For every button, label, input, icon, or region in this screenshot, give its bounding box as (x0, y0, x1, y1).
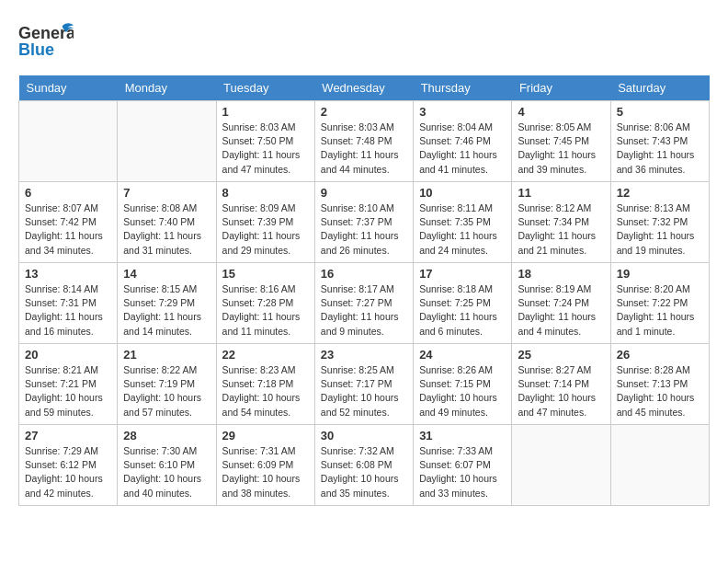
calendar-cell: 4Sunrise: 8:05 AMSunset: 7:45 PMDaylight… (512, 101, 610, 182)
day-info: Sunrise: 8:25 AMSunset: 7:17 PMDaylight:… (321, 363, 407, 419)
day-number: 8 (222, 186, 309, 200)
svg-text:Blue: Blue (18, 40, 54, 59)
logo: General Blue (18, 18, 75, 68)
calendar-cell: 18Sunrise: 8:19 AMSunset: 7:24 PMDayligh… (512, 263, 610, 344)
calendar-cell: 26Sunrise: 8:28 AMSunset: 7:13 PMDayligh… (610, 344, 709, 425)
day-info: Sunrise: 8:20 AMSunset: 7:22 PMDaylight:… (617, 282, 703, 339)
day-info: Sunrise: 7:29 AMSunset: 6:12 PMDaylight:… (25, 444, 111, 500)
day-info: Sunrise: 8:08 AMSunset: 7:40 PMDaylight:… (123, 201, 210, 258)
day-info: Sunrise: 8:23 AMSunset: 7:18 PMDaylight:… (222, 363, 309, 419)
calendar-cell: 25Sunrise: 8:27 AMSunset: 7:14 PMDayligh… (512, 344, 610, 425)
calendar-cell: 17Sunrise: 8:18 AMSunset: 7:25 PMDayligh… (414, 263, 512, 344)
day-number: 17 (419, 267, 506, 281)
calendar-cell: 28Sunrise: 7:30 AMSunset: 6:10 PMDayligh… (118, 425, 216, 506)
calendar-cell: 9Sunrise: 8:10 AMSunset: 7:37 PMDaylight… (314, 182, 413, 263)
calendar-header-thursday: Thursday (414, 75, 512, 101)
calendar-header-wednesday: Wednesday (314, 75, 413, 101)
day-number: 1 (222, 105, 309, 119)
day-info: Sunrise: 8:13 AMSunset: 7:32 PMDaylight:… (617, 201, 703, 258)
day-number: 10 (419, 186, 506, 200)
calendar-cell (610, 425, 709, 506)
day-number: 25 (518, 348, 604, 362)
calendar-cell: 5Sunrise: 8:06 AMSunset: 7:43 PMDaylight… (610, 101, 709, 182)
day-info: Sunrise: 8:09 AMSunset: 7:39 PMDaylight:… (222, 201, 309, 258)
day-number: 27 (25, 429, 111, 442)
day-number: 19 (617, 267, 703, 281)
calendar-week-1: 1Sunrise: 8:03 AMSunset: 7:50 PMDaylight… (19, 101, 710, 182)
day-number: 13 (25, 267, 111, 281)
calendar-header-row: SundayMondayTuesdayWednesdayThursdayFrid… (19, 75, 710, 101)
day-info: Sunrise: 8:19 AMSunset: 7:24 PMDaylight:… (518, 282, 604, 339)
day-info: Sunrise: 7:30 AMSunset: 6:10 PMDaylight:… (123, 444, 210, 500)
calendar-cell: 6Sunrise: 8:07 AMSunset: 7:42 PMDaylight… (19, 182, 118, 263)
calendar-cell: 10Sunrise: 8:11 AMSunset: 7:35 PMDayligh… (414, 182, 512, 263)
calendar-cell (512, 425, 610, 506)
day-info: Sunrise: 8:07 AMSunset: 7:42 PMDaylight:… (25, 201, 111, 258)
day-number: 26 (617, 348, 703, 362)
calendar-week-3: 13Sunrise: 8:14 AMSunset: 7:31 PMDayligh… (19, 263, 710, 344)
day-number: 30 (321, 429, 407, 442)
day-number: 7 (123, 186, 210, 200)
calendar-cell: 12Sunrise: 8:13 AMSunset: 7:32 PMDayligh… (610, 182, 709, 263)
day-number: 14 (123, 267, 210, 281)
calendar-cell: 31Sunrise: 7:33 AMSunset: 6:07 PMDayligh… (414, 425, 512, 506)
day-number: 22 (222, 348, 309, 362)
day-info: Sunrise: 8:12 AMSunset: 7:34 PMDaylight:… (518, 201, 604, 258)
day-info: Sunrise: 8:05 AMSunset: 7:45 PMDaylight:… (518, 121, 604, 177)
calendar-cell: 30Sunrise: 7:32 AMSunset: 6:08 PMDayligh… (314, 425, 413, 506)
day-info: Sunrise: 8:04 AMSunset: 7:46 PMDaylight:… (419, 121, 506, 177)
day-info: Sunrise: 8:17 AMSunset: 7:27 PMDaylight:… (321, 282, 407, 339)
calendar-cell: 20Sunrise: 8:21 AMSunset: 7:21 PMDayligh… (19, 344, 118, 425)
day-info: Sunrise: 7:33 AMSunset: 6:07 PMDaylight:… (419, 444, 506, 500)
day-number: 29 (222, 429, 309, 442)
day-info: Sunrise: 8:14 AMSunset: 7:31 PMDaylight:… (25, 282, 111, 339)
calendar-header-tuesday: Tuesday (216, 75, 314, 101)
calendar-cell: 1Sunrise: 8:03 AMSunset: 7:50 PMDaylight… (216, 101, 314, 182)
calendar-cell: 15Sunrise: 8:16 AMSunset: 7:28 PMDayligh… (216, 263, 314, 344)
day-info: Sunrise: 8:26 AMSunset: 7:15 PMDaylight:… (419, 363, 506, 419)
day-number: 5 (617, 105, 703, 119)
calendar-week-4: 20Sunrise: 8:21 AMSunset: 7:21 PMDayligh… (19, 344, 710, 425)
day-number: 3 (419, 105, 506, 119)
calendar-header-friday: Friday (512, 75, 610, 101)
logo-icon: General Blue (18, 18, 74, 64)
calendar-cell: 27Sunrise: 7:29 AMSunset: 6:12 PMDayligh… (19, 425, 118, 506)
day-info: Sunrise: 8:22 AMSunset: 7:19 PMDaylight:… (123, 363, 210, 419)
day-number: 4 (518, 105, 604, 119)
day-number: 21 (123, 348, 210, 362)
day-number: 2 (321, 105, 407, 119)
day-number: 9 (321, 186, 407, 200)
day-number: 18 (518, 267, 604, 281)
day-info: Sunrise: 8:06 AMSunset: 7:43 PMDaylight:… (617, 121, 703, 177)
calendar-header-saturday: Saturday (610, 75, 709, 101)
day-number: 6 (25, 186, 111, 200)
calendar-cell: 29Sunrise: 7:31 AMSunset: 6:09 PMDayligh… (216, 425, 314, 506)
day-number: 31 (419, 429, 506, 442)
calendar-cell: 3Sunrise: 8:04 AMSunset: 7:46 PMDaylight… (414, 101, 512, 182)
day-info: Sunrise: 8:16 AMSunset: 7:28 PMDaylight:… (222, 282, 309, 339)
day-info: Sunrise: 8:03 AMSunset: 7:50 PMDaylight:… (222, 121, 309, 177)
day-number: 11 (518, 186, 604, 200)
calendar-cell: 2Sunrise: 8:03 AMSunset: 7:48 PMDaylight… (314, 101, 413, 182)
day-info: Sunrise: 8:10 AMSunset: 7:37 PMDaylight:… (321, 201, 407, 258)
day-number: 24 (419, 348, 506, 362)
day-info: Sunrise: 8:03 AMSunset: 7:48 PMDaylight:… (321, 121, 407, 177)
calendar-header-sunday: Sunday (19, 75, 118, 101)
day-number: 23 (321, 348, 407, 362)
day-info: Sunrise: 8:21 AMSunset: 7:21 PMDaylight:… (25, 363, 111, 419)
day-info: Sunrise: 7:32 AMSunset: 6:08 PMDaylight:… (321, 444, 407, 500)
day-number: 15 (222, 267, 309, 281)
calendar-cell: 24Sunrise: 8:26 AMSunset: 7:15 PMDayligh… (414, 344, 512, 425)
day-info: Sunrise: 8:27 AMSunset: 7:14 PMDaylight:… (518, 363, 604, 419)
calendar-cell: 14Sunrise: 8:15 AMSunset: 7:29 PMDayligh… (118, 263, 216, 344)
page-header: General Blue (18, 18, 710, 68)
day-number: 16 (321, 267, 407, 281)
calendar-week-5: 27Sunrise: 7:29 AMSunset: 6:12 PMDayligh… (19, 425, 710, 506)
day-number: 12 (617, 186, 703, 200)
calendar-cell: 7Sunrise: 8:08 AMSunset: 7:40 PMDaylight… (118, 182, 216, 263)
calendar-cell (19, 101, 118, 182)
calendar-cell: 23Sunrise: 8:25 AMSunset: 7:17 PMDayligh… (314, 344, 413, 425)
day-info: Sunrise: 8:28 AMSunset: 7:13 PMDaylight:… (617, 363, 703, 419)
day-info: Sunrise: 7:31 AMSunset: 6:09 PMDaylight:… (222, 444, 309, 500)
calendar-header-monday: Monday (118, 75, 216, 101)
